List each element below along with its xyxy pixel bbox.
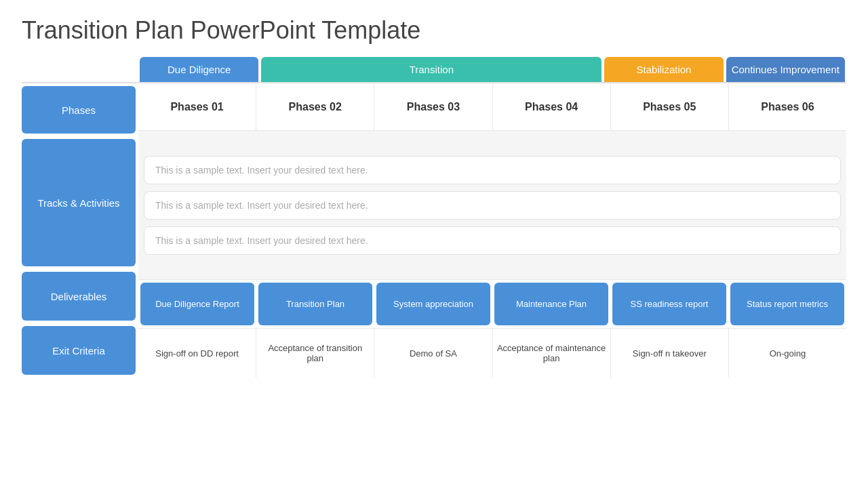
header-cells: Due Diligence Transition Stabilization C… — [138, 57, 846, 82]
phase-02: Phases 02 — [256, 83, 374, 130]
phase-04: Phases 04 — [493, 83, 611, 130]
tracks-row: This is a sample text. Insert your desir… — [138, 131, 846, 280]
phases-row: Phases 01 Phases 02 Phases 03 Phases 04 … — [138, 83, 846, 131]
sample-text-1[interactable]: This is a sample text. Insert your desir… — [144, 156, 841, 184]
header-continues-improvement: Continues Improvement — [726, 57, 845, 82]
exit-2: Demo of SA — [374, 329, 492, 378]
phase-01: Phases 01 — [138, 83, 256, 130]
phase-03: Phases 03 — [374, 83, 492, 130]
header-stabilization: Stabilization — [604, 57, 723, 82]
main-grid-container: Due Diligence Transition Stabilization C… — [22, 57, 846, 378]
header-row: Due Diligence Transition Stabilization C… — [22, 57, 846, 82]
exit-5: On-going — [729, 329, 846, 378]
deliverable-4[interactable]: SS readiness report — [612, 283, 726, 325]
sample-text-3[interactable]: This is a sample text. Insert your desir… — [144, 226, 841, 255]
tracks-inner: This is a sample text. Insert your desir… — [144, 156, 841, 255]
page-title: Transition Plan PowerPoint Template — [22, 16, 846, 45]
deliverable-0[interactable]: Due Diligence Report — [140, 283, 254, 325]
right-columns: Phases 01 Phases 02 Phases 03 Phases 04 … — [138, 83, 846, 378]
header-spacer — [22, 57, 138, 82]
deliverables-row: Due Diligence Report Transition Plan Sys… — [138, 280, 846, 329]
tracks-label: Tracks & Activities — [22, 139, 136, 266]
phases-label: Phases — [22, 86, 136, 134]
header-due-diligence: Due Diligence — [140, 57, 258, 82]
deliverable-3[interactable]: Maintenance Plan — [494, 283, 608, 325]
exit-row: Sign-off on DD report Acceptance of tran… — [138, 329, 846, 378]
exit-label: Exit Criteria — [22, 326, 136, 375]
deliverable-1[interactable]: Transition Plan — [258, 283, 372, 325]
exit-3: Acceptance of maintenance plan — [493, 329, 611, 378]
sample-text-2[interactable]: This is a sample text. Insert your desir… — [144, 191, 841, 220]
main-grid: Phases Tracks & Activities Deliverables … — [22, 82, 846, 378]
deliverable-2[interactable]: System appreciation — [376, 283, 490, 325]
exit-1: Acceptance of transition plan — [256, 329, 374, 378]
phase-06: Phases 06 — [729, 83, 846, 130]
exit-4: Sign-off n takeover — [611, 329, 729, 378]
deliverables-label: Deliverables — [22, 272, 136, 321]
left-column: Phases Tracks & Activities Deliverables … — [22, 83, 138, 378]
phase-05: Phases 05 — [611, 83, 729, 130]
deliverable-5[interactable]: Status report metrics — [730, 283, 844, 325]
exit-0: Sign-off on DD report — [138, 329, 256, 378]
header-transition: Transition — [261, 57, 601, 82]
